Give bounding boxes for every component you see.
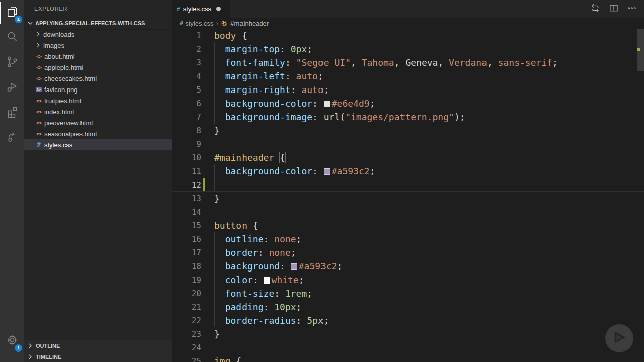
chevron-right-icon <box>26 353 34 361</box>
code-line-11[interactable]: 11 background-color: #a593c2; <box>172 164 644 178</box>
line-number[interactable]: 4 <box>172 69 201 83</box>
line-number[interactable]: 15 <box>172 219 201 232</box>
settings-button[interactable]: 1 <box>0 328 24 354</box>
section-timeline[interactable]: TIMELINE <box>24 351 172 362</box>
code-line-16[interactable]: 16 outline: none; <box>172 232 644 246</box>
play-watermark-button[interactable] <box>605 324 633 352</box>
file-row-favicon-png[interactable]: favicon.png <box>24 84 172 95</box>
breadcrumb-symbol[interactable]: #mainheader <box>230 20 269 27</box>
explorer-badge: 1 <box>15 16 22 23</box>
line-number[interactable]: 22 <box>172 314 201 327</box>
file-name: cheesecakes.html <box>44 75 97 82</box>
code-line-12[interactable]: 12 <box>172 178 644 192</box>
file-name: seasonalpies.html <box>44 130 97 138</box>
code-line-23[interactable]: 23} <box>172 327 644 341</box>
code-line-6[interactable]: 6 background-color: #e6e4d9; <box>172 97 644 110</box>
line-number[interactable]: 8 <box>172 124 201 137</box>
line-number[interactable]: 14 <box>172 205 201 219</box>
more-actions-icon[interactable] <box>627 3 637 15</box>
html-file-icon: <> <box>34 98 43 104</box>
split-editor-icon[interactable] <box>609 3 619 15</box>
breadcrumb-file[interactable]: styles.css <box>185 20 213 27</box>
file-row-pieoverview-html[interactable]: <>pieoverview.html <box>24 117 172 128</box>
open-changes-icon[interactable] <box>590 3 601 16</box>
line-number[interactable]: 3 <box>172 56 201 69</box>
code-line-9[interactable]: 9 <box>172 137 644 151</box>
line-number[interactable]: 1 <box>172 29 201 42</box>
line-number[interactable]: 12 <box>172 178 201 192</box>
code-editor[interactable]: 1body {2 margin-top: 0px;3 font-family: … <box>172 29 644 362</box>
code-line-10[interactable]: 10#mainheader { <box>172 151 644 164</box>
line-number[interactable]: 10 <box>172 151 201 164</box>
source-control-activity-button[interactable] <box>0 50 24 75</box>
run-debug-activity-button[interactable] <box>0 75 24 101</box>
color-swatch[interactable] <box>264 277 270 284</box>
search-activity-button[interactable] <box>0 25 24 50</box>
chevron-right-icon <box>34 42 42 49</box>
line-number[interactable]: 24 <box>172 341 201 354</box>
double-play-icon <box>609 327 629 349</box>
file-row-images[interactable]: images <box>24 40 172 51</box>
code-line-1[interactable]: 1body { <box>172 29 644 42</box>
file-row-about-html[interactable]: <>about.html <box>24 51 172 62</box>
section-outline[interactable]: OUTLINE <box>24 340 172 351</box>
code-line-2[interactable]: 2 margin-top: 0px; <box>172 42 644 56</box>
html-file-icon: <> <box>34 76 43 81</box>
code-line-17[interactable]: 17 border: none; <box>172 246 644 259</box>
line-number[interactable]: 21 <box>172 300 201 314</box>
modified-dot-icon[interactable] <box>216 7 221 11</box>
code-line-13[interactable]: 13} <box>172 192 644 205</box>
line-number[interactable]: 25 <box>172 354 201 362</box>
code-line-15[interactable]: 15button { <box>172 219 644 232</box>
line-number[interactable]: 16 <box>172 232 201 246</box>
line-number[interactable]: 17 <box>172 246 201 259</box>
breadcrumb-separator: › <box>216 19 219 27</box>
code-line-4[interactable]: 4 margin-left: auto; <box>172 69 644 83</box>
code-line-content: outline: none; <box>214 232 301 246</box>
file-row-downloads[interactable]: downloads <box>24 29 172 40</box>
code-line-21[interactable]: 21 padding: 10px; <box>172 300 644 314</box>
editor-scrollbar[interactable] <box>636 29 644 362</box>
code-line-25[interactable]: 25img { <box>172 354 644 362</box>
code-line-3[interactable]: 3 font-family: "Segoe UI", Tahoma, Genev… <box>172 56 644 69</box>
line-number[interactable]: 2 <box>172 42 201 56</box>
project-folder-header[interactable]: APPLYING-SPECIAL-EFFECTS-WITH-CSS <box>24 18 172 29</box>
code-line-5[interactable]: 5 margin-right: auto; <box>172 83 644 97</box>
line-number[interactable]: 6 <box>172 97 201 110</box>
search-icon <box>6 30 19 45</box>
explorer-activity-button[interactable]: 1 <box>0 0 24 25</box>
file-row-seasonalpies-html[interactable]: <>seasonalpies.html <box>24 128 172 139</box>
line-number[interactable]: 18 <box>172 259 201 273</box>
line-number[interactable]: 11 <box>172 164 201 178</box>
code-line-8[interactable]: 8} <box>172 124 644 137</box>
color-swatch[interactable] <box>291 263 297 270</box>
file-row-styles-css[interactable]: #styles.css <box>24 139 172 150</box>
tab-styles-css[interactable]: # styles.css <box>172 0 230 18</box>
line-number[interactable]: 19 <box>172 273 201 287</box>
file-row-fruitpies-html[interactable]: <>fruitpies.html <box>24 95 172 106</box>
line-number[interactable]: 13 <box>172 192 201 205</box>
extensions-activity-button[interactable] <box>0 101 24 126</box>
chevron-down-icon <box>26 19 34 27</box>
line-number[interactable]: 9 <box>172 137 201 151</box>
code-line-20[interactable]: 20 font-size: 1rem; <box>172 287 644 300</box>
code-line-19[interactable]: 19 color: white; <box>172 273 644 287</box>
line-number[interactable]: 7 <box>172 110 201 124</box>
code-line-18[interactable]: 18 background: #a593c2; <box>172 259 644 273</box>
code-line-24[interactable]: 24 <box>172 341 644 354</box>
file-row-index-html[interactable]: <>index.html <box>24 106 172 117</box>
code-line-22[interactable]: 22 border-radius: 5px; <box>172 314 644 327</box>
file-row-cheesecakes-html[interactable]: <>cheesecakes.html <box>24 73 172 84</box>
code-line-14[interactable]: 14 <box>172 205 644 219</box>
line-number[interactable]: 20 <box>172 287 201 300</box>
color-swatch[interactable] <box>324 101 330 107</box>
sidebar-sections: OUTLINETIMELINE <box>24 340 172 362</box>
color-swatch[interactable] <box>324 168 330 175</box>
line-number[interactable]: 23 <box>172 327 201 341</box>
code-line-content: img { <box>214 354 242 362</box>
live-share-activity-button[interactable] <box>0 126 24 151</box>
file-row-applepie-html[interactable]: <>applepie.html <box>24 62 172 73</box>
line-number[interactable]: 5 <box>172 83 201 97</box>
code-line-7[interactable]: 7 background-image: url("images/pattern.… <box>172 110 644 124</box>
breadcrumb: # styles.css › #mainheader <box>172 18 644 29</box>
